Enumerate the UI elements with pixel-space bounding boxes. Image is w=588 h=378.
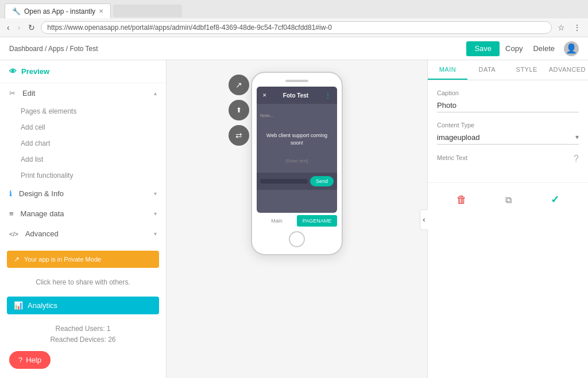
right-panel: ‹ MAIN DATA STYLE ADVANCED Caption [427,60,588,378]
content-type-select[interactable]: imageupload [437,131,579,145]
phone-home-button[interactable] [289,231,305,247]
tab-advanced[interactable]: ADVANCED [547,60,588,80]
phone-app-header: ✕ Foto Test ⋮ [257,87,337,104]
sidebar-item-add-chart[interactable]: Add chart [0,135,166,151]
panel-actions: 🗑 ⧉ ✓ [428,182,588,216]
share-tool-icon: ↗ [235,80,242,89]
top-toolbar: Dashboard / Apps / Foto Test Save Copy D… [0,37,588,60]
menu-button[interactable]: ⋮ [571,22,583,33]
manage-data-chevron-icon: ▾ [154,211,157,217]
database-icon: ≡ [9,209,14,218]
private-mode-text: Your app is in Private Mode [24,256,101,263]
tab-style[interactable]: STYLE [507,60,547,80]
design-chevron-icon: ▾ [154,190,157,197]
sidebar-item-print[interactable]: Print functionality [0,167,166,184]
delete-button[interactable]: Delete [528,41,559,56]
center-area: ↗ ⬆ ⇄ ✕ Foto Test ⋮ Note... [167,60,427,378]
phone-tab-main[interactable]: Main [257,215,297,227]
analytics-label: Analytics [28,301,57,310]
select-arrow-icon: ▾ [575,133,579,141]
save-button[interactable]: Save [466,41,500,56]
phone-tab-pagename[interactable]: PAGENAME [297,215,337,227]
eye-icon: 👁 [9,67,17,76]
check-icon: ✓ [551,194,559,205]
help-button[interactable]: ? Help [9,351,51,369]
sidebar-item-add-cell[interactable]: Add cell [0,119,166,135]
reached-devices: Reached Devices: 26 [7,334,159,345]
metric-help-icon[interactable]: ? [574,154,579,164]
back-button[interactable]: ‹ [5,22,12,33]
phone-screen: ✕ Foto Test ⋮ Note... Web client support… [257,87,337,213]
url-input[interactable]: https://www.openasapp.net/portal#/apps/a… [41,21,552,34]
metric-text-label: Metric Text [437,154,467,161]
sidebar-item-add-list[interactable]: Add list [0,151,166,167]
manage-data-label: Manage data [21,209,64,218]
content-type-select-wrap: imageupload ▾ [437,131,579,145]
analytics-section[interactable]: 📊 Analytics [7,297,159,314]
edit-chevron-icon: ▴ [154,90,157,96]
tab-bar: 🔧 Open as App - instantly ✕ [0,0,588,18]
tab-data[interactable]: DATA [467,60,507,80]
tool-swap-button[interactable]: ⇄ [229,125,249,146]
metric-text-group: Metric Text ? [437,154,579,164]
phone-close-icon: ✕ [262,92,267,98]
main-layout: 👁 Preview ✂ Edit ▴ Pages & elements Add … [0,60,588,378]
forward-button[interactable]: › [16,22,23,33]
bookmark-button[interactable]: ☆ [555,22,567,33]
advanced-label: Advanced [25,229,59,238]
sidebar-edit-section[interactable]: ✂ Edit ▴ [0,83,166,103]
collapse-arrow-icon: ‹ [423,215,425,224]
panel-tabs: MAIN DATA STYLE ADVANCED [428,60,588,80]
new-tab-area [113,5,182,17]
tab-favicon: 🔧 [12,7,21,15]
help-label: Help [26,356,41,364]
sidebar-design-section[interactable]: ℹ Design & Info ▾ [0,184,166,204]
sidebar-item-pages[interactable]: Pages & elements [0,103,166,119]
design-label: Design & Info [19,189,64,198]
reached-users: Reached Users: 1 [7,324,159,334]
swap-tool-icon: ⇄ [235,131,242,140]
edit-label: Edit [22,89,35,98]
sidebar-preview[interactable]: 👁 Preview [0,60,166,83]
refresh-button[interactable]: ↻ [26,22,37,33]
share-text[interactable]: Click here to share with others. [0,275,166,290]
sidebar-advanced-section[interactable]: </> Advanced ▾ [0,224,166,244]
analytics-stats: Reached Users: 1 Reached Devices: 26 [0,321,166,352]
phone-mockup: ✕ Foto Test ⋮ Note... Web client support… [251,72,343,255]
advanced-chevron-icon: ▾ [154,231,157,237]
floating-tools: ↗ ⬆ ⇄ [229,75,249,146]
duplicate-field-button[interactable]: ⧉ [502,190,515,209]
tab-main[interactable]: MAIN [428,60,467,80]
confirm-button[interactable]: ✓ [547,190,563,209]
phone-note-placeholder: Note... [260,113,274,118]
share-banner-icon: ↗ [14,255,20,263]
breadcrumb: Dashboard / Apps / Foto Test [9,45,466,53]
tool-share-button[interactable]: ↗ [229,75,249,95]
phone-tabs: Main PAGENAME [257,215,337,227]
tab-close-icon[interactable]: ✕ [99,8,103,14]
tool-export-button[interactable]: ⬆ [229,100,249,120]
sidebar-manage-data-section[interactable]: ≡ Manage data ▾ [0,204,166,224]
preview-label: Preview [21,67,49,76]
phone-send-button[interactable]: Send [310,176,334,186]
caption-input[interactable] [437,99,579,112]
phone-image-area: Note... Web client support coming soon! … [257,104,337,173]
toolbar-actions: Save Copy Delete 👤 [466,41,579,56]
export-tool-icon: ⬆ [236,106,242,114]
code-icon: </> [9,231,18,237]
user-avatar[interactable]: 👤 [564,41,579,56]
phone-speaker [285,80,308,82]
delete-field-button[interactable]: 🗑 [453,190,470,209]
enter-text-placeholder: [Enter text] [286,158,308,163]
analytics-icon: 📊 [14,301,23,310]
copy-button[interactable]: Copy [501,41,527,56]
panel-collapse-button[interactable]: ‹ [420,209,428,230]
browser-tab[interactable]: 🔧 Open as App - instantly ✕ [5,3,111,18]
duplicate-icon: ⧉ [505,195,512,205]
panel-content: Caption Content Type imageupload ▾ Metri… [428,80,588,178]
phone-app-title: Foto Test [283,92,308,99]
help-question-icon: ? [18,356,22,364]
phone-more-icon: ⋮ [324,91,331,99]
private-mode-banner[interactable]: ↗ Your app is in Private Mode [7,251,159,268]
phone-input-field[interactable] [260,179,308,184]
